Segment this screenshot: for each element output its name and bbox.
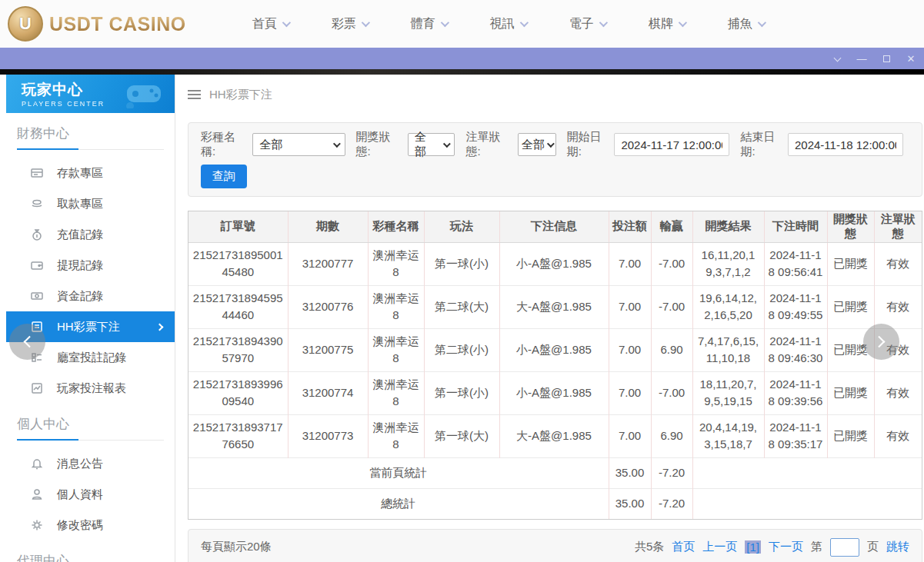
- page-prefix-text: 第: [811, 540, 822, 554]
- page-number-input[interactable]: [830, 538, 859, 557]
- nav-item-slots[interactable]: 電子: [548, 16, 627, 32]
- table-row: 2152173189439057970 31200775 澳洲幸运8 第二球(小…: [188, 328, 922, 371]
- section-title-personal: 個人中心: [17, 415, 164, 441]
- top-nav: U USDT CASINO 首頁 彩票 體育 視訊 電子 棋牌 捕魚: [0, 0, 924, 48]
- sidebar: 玩家中心 PLAYERS CENTER 財務中心 存款專區 取款專區: [6, 75, 175, 562]
- background-strip: [0, 69, 924, 75]
- sidebar-item-recharge-record[interactable]: 充值記錄: [6, 219, 175, 250]
- next-page-link[interactable]: 下一页: [769, 540, 803, 554]
- end-date-input[interactable]: [788, 133, 903, 156]
- order-status-select[interactable]: 全部: [518, 133, 556, 156]
- page-summary-row: 當前頁統計 35.00 -7.20: [188, 457, 922, 488]
- withdraw-icon: [31, 198, 43, 210]
- window-titlebar: — ✕: [0, 48, 924, 69]
- nav-item-live[interactable]: 視訊: [469, 16, 548, 32]
- sidebar-item-withdrawal-record[interactable]: 提現記錄: [6, 250, 175, 281]
- logo-coin-icon: U: [8, 6, 43, 42]
- chevron-down-icon: [599, 18, 607, 27]
- sidebar-item-withdraw[interactable]: 取款專區: [6, 188, 175, 219]
- password-icon: [31, 519, 43, 531]
- nav-item-cards[interactable]: 棋牌: [627, 16, 706, 32]
- bets-table: 訂單號 期數 彩種名稱 玩法 下注信息 投注額 輸贏 開獎結果 下注時間 開獎狀…: [188, 211, 922, 519]
- page-title: HH彩票下注: [209, 88, 272, 102]
- page-size-text: 每頁顯示20條: [201, 540, 272, 554]
- funds-record-icon: [31, 290, 43, 302]
- withdrawal-record-icon: [31, 259, 43, 271]
- breadcrumb: HH彩票下注: [188, 84, 922, 105]
- pagination-bar: 每頁顯示20條 共5条 首页 上一页 [1] 下一页 第 页 跳转: [188, 529, 922, 562]
- chevron-down-icon: [547, 140, 555, 148]
- first-page-link[interactable]: 首页: [672, 540, 695, 554]
- sidebar-item-player-bet-report[interactable]: 玩家投注報表: [6, 373, 175, 404]
- chevron-right-icon: [156, 323, 164, 331]
- section-title-finance: 財務中心: [17, 125, 164, 150]
- main-menu: 首頁 彩票 體育 視訊 電子 棋牌 捕魚: [231, 16, 786, 32]
- expand-panel-button[interactable]: [863, 324, 899, 360]
- table-header-row: 訂單號 期數 彩種名稱 玩法 下注信息 投注額 輸贏 開獎結果 下注時間 開獎狀…: [188, 211, 922, 242]
- collapse-chevron-icon[interactable]: [832, 54, 842, 64]
- chevron-down-icon: [440, 18, 449, 27]
- nav-item-lottery[interactable]: 彩票: [310, 16, 389, 32]
- nav-item-home[interactable]: 首頁: [231, 16, 310, 32]
- sidebar-item-announcements[interactable]: 消息公告: [6, 448, 175, 479]
- end-date-label: 結束日期:: [740, 130, 783, 159]
- collapse-sidebar-button[interactable]: [9, 324, 45, 360]
- section-title-agent: 代理中心: [17, 552, 164, 562]
- start-date-label: 開始日期:: [567, 130, 610, 159]
- menu-icon[interactable]: [188, 90, 201, 99]
- nav-item-sports[interactable]: 體育: [389, 16, 469, 32]
- sidebar-item-profile[interactable]: 個人資料: [6, 479, 175, 510]
- brand-name: USDT CASINO: [49, 13, 186, 35]
- table-row: 2152173189399609540 31200774 澳洲幸运8 第一球(小…: [188, 371, 922, 414]
- deposit-icon: [31, 167, 43, 179]
- sidebar-item-deposit[interactable]: 存款專區: [6, 158, 175, 188]
- table-row: 2152173189459544460 31200776 澳洲幸运8 第二球(大…: [188, 285, 922, 328]
- prev-page-link[interactable]: 上一页: [702, 540, 737, 554]
- main-content: HH彩票下注 彩種名稱: 全部 開獎狀態: 全部 注單狀態:: [175, 75, 924, 562]
- table-row: 2152173189500145480 31200777 澳洲幸运8 第一球(小…: [188, 242, 922, 285]
- brand-logo[interactable]: U USDT CASINO: [8, 6, 186, 42]
- chevron-down-icon: [282, 18, 290, 27]
- search-button[interactable]: 查詢: [201, 165, 247, 188]
- notice-icon: [31, 457, 43, 470]
- total-count-text: 共5条: [635, 540, 664, 554]
- maximize-icon[interactable]: [881, 54, 892, 64]
- sidebar-header: 玩家中心 PLAYERS CENTER: [6, 75, 175, 113]
- sidebar-item-funds-record[interactable]: 資金記錄: [6, 281, 175, 311]
- nav-item-fishing[interactable]: 捕魚: [706, 16, 786, 32]
- draw-status-label: 開獎狀態:: [356, 130, 403, 159]
- chevron-down-icon: [333, 140, 341, 148]
- sidebar-item-change-password[interactable]: 修改密碼: [6, 510, 175, 540]
- recharge-record-icon: [31, 228, 43, 241]
- lottery-name-select[interactable]: 全部: [252, 133, 345, 156]
- total-summary-row: 總統計 35.00 -7.20: [188, 488, 922, 519]
- lottery-name-label: 彩種名稱:: [201, 130, 248, 159]
- profile-icon: [31, 488, 43, 500]
- chevron-down-icon: [519, 18, 528, 27]
- jump-link[interactable]: 跳转: [886, 540, 909, 554]
- current-page-indicator: [1]: [745, 540, 761, 554]
- minimize-icon[interactable]: —: [856, 54, 867, 64]
- close-icon[interactable]: ✕: [906, 54, 916, 64]
- chevron-down-icon: [443, 140, 451, 148]
- chevron-down-icon: [678, 18, 686, 27]
- report-icon: [31, 382, 43, 394]
- filter-panel: 彩種名稱: 全部 開獎狀態: 全部 注單狀態: 全部: [188, 122, 922, 197]
- start-date-input[interactable]: [614, 133, 729, 156]
- order-status-label: 注單狀態:: [465, 130, 512, 159]
- chevron-down-icon: [361, 18, 369, 27]
- bets-table-panel: 訂單號 期數 彩種名稱 玩法 下注信息 投注額 輸贏 開獎結果 下注時間 開獎狀…: [188, 211, 922, 520]
- page-suffix-text: 页: [867, 540, 879, 554]
- chevron-down-icon: [757, 18, 766, 27]
- gamepad-icon: [122, 79, 164, 108]
- table-row: 2152173189371776650 31200773 澳洲幸运8 第一球(大…: [188, 414, 922, 457]
- draw-status-select[interactable]: 全部: [408, 133, 455, 156]
